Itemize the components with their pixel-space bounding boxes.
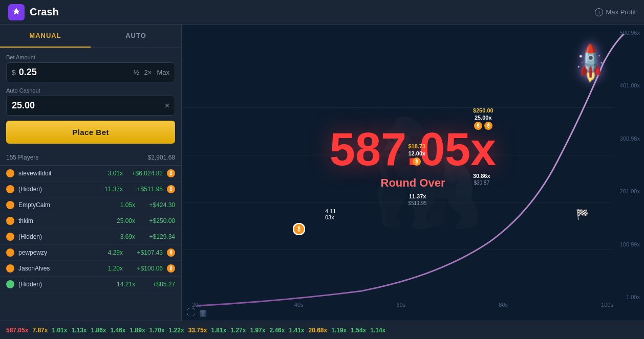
chip-6: ₿ bbox=[293, 223, 305, 235]
player-avatar bbox=[6, 264, 14, 273]
players-header: 155 Players $2,901.68 bbox=[0, 150, 181, 166]
player-avatar bbox=[6, 201, 14, 209]
player-avatar bbox=[6, 280, 14, 288]
label-411: 4.11 03x bbox=[325, 208, 336, 220]
player-win: +$85.27 bbox=[139, 281, 175, 288]
max-button[interactable]: Max bbox=[157, 69, 169, 76]
x-axis-label: 80s bbox=[499, 302, 508, 308]
info-icon[interactable]: i bbox=[595, 8, 603, 16]
players-count: 155 Players bbox=[6, 154, 38, 161]
cashout-value[interactable]: 25.00 bbox=[12, 100, 35, 111]
bet-marker-sub-4: $30.87 bbox=[474, 180, 489, 186]
history-item[interactable]: 1.14x bbox=[370, 327, 385, 334]
btc-icon-1: ₿ bbox=[413, 157, 421, 166]
tab-bar: MANUAL AUTO bbox=[0, 25, 181, 48]
history-item[interactable]: 1.01x bbox=[52, 327, 67, 334]
history-item[interactable]: 1.89x bbox=[130, 327, 145, 334]
bet-marker-dollar-1: $18.73 bbox=[408, 143, 425, 149]
bet-marker-mult-3: 11.37x bbox=[409, 193, 426, 199]
left-panel: MANUAL AUTO Bet Amount $ 0.25 ½ 2× Max bbox=[0, 25, 182, 321]
bet-marker-mult-1: 12.00x bbox=[408, 150, 425, 156]
player-win: +$107.43 bbox=[127, 249, 163, 256]
player-name: stevewilldoit bbox=[18, 170, 98, 177]
player-mult: 3.01x bbox=[102, 170, 123, 177]
expand-icon[interactable]: ⛶ bbox=[187, 308, 195, 318]
players-total: $2,901.68 bbox=[148, 154, 175, 161]
player-mult: 11.37x bbox=[102, 186, 123, 193]
clear-cashout-button[interactable]: × bbox=[165, 101, 169, 110]
app-header: Crash i Max Profit bbox=[0, 0, 644, 25]
player-win: +$250.00 bbox=[139, 217, 175, 224]
player-name: pewpewzy bbox=[18, 249, 98, 256]
history-item[interactable]: 1.13x bbox=[71, 327, 87, 334]
history-item[interactable]: 1.70x bbox=[149, 327, 165, 334]
x-axis-label: 60s bbox=[397, 302, 406, 308]
player-avatar bbox=[6, 185, 14, 193]
player-mult: 25.00x bbox=[115, 217, 135, 224]
btc-icon-2b: ₿ bbox=[484, 122, 492, 130]
player-name: (Hidden) bbox=[18, 186, 98, 193]
player-row: (Hidden) 11.37x +$511.95 ₿ bbox=[0, 182, 181, 197]
history-item[interactable]: 7.87x bbox=[32, 327, 48, 334]
player-win: +$424.30 bbox=[139, 201, 175, 209]
y-axis-label: 1.00x bbox=[626, 294, 640, 300]
bet-marker-4: 30.86x $30.87 bbox=[473, 173, 490, 186]
y-axis-label: 100.99x bbox=[620, 241, 640, 247]
player-btc-icon: ₿ bbox=[167, 248, 175, 257]
history-item[interactable]: 1.97x bbox=[250, 327, 265, 334]
player-mult: 3.69x bbox=[115, 233, 135, 240]
game-title: Crash bbox=[30, 6, 59, 18]
place-bet-button[interactable]: Place Bet bbox=[6, 121, 175, 144]
btc-icon-2a: ₿ bbox=[474, 122, 482, 130]
player-name: JasonAlves bbox=[18, 265, 98, 272]
history-item[interactable]: 1.86x bbox=[91, 327, 106, 334]
player-name: EmptyCalm bbox=[18, 201, 111, 209]
half-button[interactable]: ½ bbox=[134, 69, 139, 76]
player-win: +$100.06 bbox=[127, 265, 163, 272]
y-axis-label: 201.00x bbox=[620, 188, 640, 194]
player-avatar bbox=[6, 217, 14, 225]
player-row: stevewilldoit 3.01x +$6,024.82 ₿ bbox=[0, 166, 181, 182]
max-profit: i Max Profit bbox=[595, 8, 636, 16]
history-item[interactable]: 20.68x bbox=[309, 327, 328, 334]
player-win: +$511.95 bbox=[127, 186, 163, 193]
history-item[interactable]: 1.54x bbox=[351, 327, 366, 334]
history-item[interactable]: 1.22x bbox=[169, 327, 184, 334]
history-item[interactable]: 1.27x bbox=[230, 327, 246, 334]
bet-value[interactable]: 0.25 bbox=[19, 67, 37, 78]
history-item[interactable]: 1.19x bbox=[331, 327, 347, 334]
player-btc-icon: ₿ bbox=[167, 169, 175, 177]
player-btc-icon: ₿ bbox=[167, 264, 175, 273]
tab-auto[interactable]: AUTO bbox=[91, 25, 181, 48]
player-name: thkim bbox=[18, 217, 111, 224]
tab-manual[interactable]: MANUAL bbox=[0, 25, 91, 48]
history-item[interactable]: 33.75x bbox=[188, 327, 207, 334]
bet-marker-dollar-2: $250.00 bbox=[473, 107, 493, 114]
y-axis: 500.96x401.00x300.98x201.00x100.99x1.00x bbox=[620, 25, 640, 305]
player-name: (Hidden) bbox=[18, 281, 111, 288]
history-item[interactable]: 1.46x bbox=[111, 327, 126, 334]
history-item[interactable]: 587.05x bbox=[6, 327, 28, 334]
player-row: JasonAlves 1.20x +$100.06 ₿ bbox=[0, 261, 181, 277]
player-win: +$6,024.82 bbox=[127, 170, 163, 177]
layout-icon[interactable]: ▦ bbox=[199, 308, 207, 318]
player-row: pewpewzy 4.29x +$107.43 ₿ bbox=[0, 245, 181, 261]
double-button[interactable]: 2× bbox=[144, 69, 152, 76]
bet-marker-2: $250.00 25.00x ₿ ₿ bbox=[473, 107, 493, 130]
player-mult: 4.29x bbox=[102, 249, 123, 256]
header-left: Crash bbox=[8, 4, 59, 20]
cashout-row: 25.00 × bbox=[6, 96, 175, 116]
y-axis-label: 500.96x bbox=[620, 30, 640, 36]
players-list: stevewilldoit 3.01x +$6,024.82 ₿ (Hidden… bbox=[0, 166, 181, 321]
x-axis-label: 100s bbox=[601, 302, 613, 308]
player-mult: 1.05x bbox=[115, 201, 135, 209]
y-axis-label: 300.98x bbox=[620, 135, 640, 142]
player-row: EmptyCalm 1.05x +$424.30 bbox=[0, 197, 181, 213]
bet-amount-label: Bet Amount bbox=[6, 54, 175, 60]
cashout-label: Auto Cashout bbox=[6, 87, 175, 94]
history-item[interactable]: 1.81x bbox=[211, 327, 226, 334]
round-over: Round Over bbox=[330, 176, 496, 190]
player-name: (Hidden) bbox=[18, 233, 111, 240]
history-item[interactable]: 2.46x bbox=[269, 327, 285, 334]
history-item[interactable]: 1.41x bbox=[289, 327, 304, 334]
